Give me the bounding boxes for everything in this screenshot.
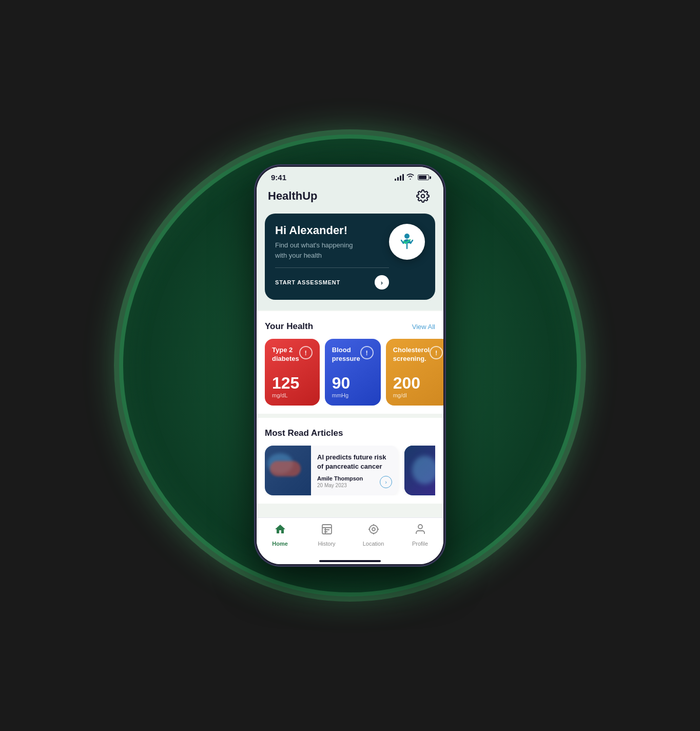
card-top: Blood pressure ! [332, 346, 374, 363]
articles-section-header: Most Read Articles [265, 428, 435, 438]
home-indicator [319, 560, 381, 562]
phone-inner: 9:41 [257, 167, 443, 564]
greeting-subtitle: Find out what's happening with your heal… [275, 240, 357, 260]
svg-rect-2 [322, 525, 332, 534]
nav-label-location: Location [363, 541, 384, 547]
nav-item-history[interactable]: History [312, 523, 342, 547]
svg-point-7 [372, 528, 375, 531]
card-value: 90 [332, 375, 374, 391]
settings-button[interactable] [414, 187, 432, 205]
alert-icon-cholesterol: ! [430, 346, 443, 359]
location-icon [367, 523, 380, 538]
health-avatar-icon [396, 231, 418, 253]
card-value: 125 [272, 375, 313, 391]
greeting-text: Hi Alexander! Find out what's happening … [275, 224, 389, 290]
status-bar: 9:41 [257, 167, 443, 185]
article-arrow-1[interactable]: › [380, 476, 392, 488]
nav-item-home[interactable]: Home [265, 523, 296, 547]
history-icon [321, 523, 333, 538]
greeting-divider [275, 267, 389, 268]
article-title-1: AI predicts future risk of pancreatic ca… [317, 453, 392, 471]
pancreas-image [265, 446, 306, 494]
alert-icon-bp: ! [360, 346, 374, 359]
avatar [389, 224, 425, 260]
health-cards-container: Type 2 diabetes ! 125 mg/dL [265, 339, 435, 406]
assessment-label: START ASSESSMENT [275, 279, 340, 285]
article-author-section: Amile Thompson 20 May 2023 [317, 475, 363, 488]
health-card-diabetes[interactable]: Type 2 diabetes ! 125 mg/dL [265, 339, 320, 406]
signal-icon [395, 174, 404, 181]
battery-icon [418, 175, 429, 180]
article-image-1 [265, 446, 311, 495]
svg-point-0 [421, 195, 425, 198]
greeting-card: Hi Alexander! Find out what's happening … [265, 214, 435, 300]
card-value: 200 [393, 375, 443, 391]
greeting-section: Hi Alexander! Find out what's happening … [257, 214, 443, 310]
article-image-2 [404, 446, 435, 495]
status-time: 9:41 [271, 173, 286, 182]
article-info-1: AI predicts future risk of pancreatic ca… [311, 446, 398, 495]
app-title: HealthUp [268, 189, 318, 203]
articles-scroll[interactable]: AI predicts future risk of pancreatic ca… [265, 446, 435, 495]
greeting-title: Hi Alexander! [275, 224, 389, 237]
wifi-icon [406, 174, 414, 181]
nav-label-home: Home [272, 541, 288, 547]
health-card-cholesterol[interactable]: Cholesterol screening. ! 200 mg/dl [386, 339, 443, 406]
article-date-1: 20 May 2023 [317, 483, 363, 488]
phone-frame: 9:41 [255, 165, 445, 566]
nav-label-history: History [318, 541, 335, 547]
health-section: Your Health View All Type 2 diabetes ! [257, 311, 443, 414]
chevron-right-icon: › [385, 479, 387, 485]
svg-point-13 [418, 525, 422, 529]
card-label: Cholesterol screening. [393, 346, 430, 363]
app-header: HealthUp [257, 185, 443, 214]
health-section-header: Your Health View All [265, 321, 435, 332]
svg-point-8 [370, 525, 378, 533]
card-unit: mg/dl [393, 392, 443, 398]
nav-label-profile: Profile [412, 541, 428, 547]
card-top: Cholesterol screening. ! [393, 346, 443, 363]
articles-section: Most Read Articles AI predicts future ri… [257, 418, 443, 504]
card-label: Type 2 diabetes [272, 346, 299, 363]
articles-title: Most Read Articles [265, 428, 343, 438]
neural-image [404, 446, 435, 494]
gear-icon [416, 189, 430, 203]
card-value-section: 90 mmHg [332, 375, 374, 398]
profile-icon [414, 523, 426, 538]
bottom-nav: Home History [257, 517, 443, 557]
nav-item-location[interactable]: Location [358, 523, 389, 547]
health-section-title: Your Health [265, 321, 313, 332]
card-unit: mg/dL [272, 392, 313, 398]
article-card-2[interactable] [404, 446, 435, 495]
alert-icon-diabetes: ! [299, 346, 313, 359]
view-all-button[interactable]: View All [412, 323, 435, 331]
card-value-section: 200 mg/dl [393, 375, 443, 398]
arrow-icon: › [381, 279, 383, 286]
assessment-row: START ASSESSMENT › [275, 275, 389, 290]
card-unit: mmHg [332, 392, 374, 398]
status-icons [395, 174, 429, 181]
card-top: Type 2 diabetes ! [272, 346, 313, 363]
bottom-spacer [257, 504, 443, 510]
svg-point-1 [404, 234, 410, 239]
phone-wrapper: 9:41 [255, 165, 445, 566]
health-card-bp[interactable]: Blood pressure ! 90 mmHg [325, 339, 381, 406]
article-meta-1: Amile Thompson 20 May 2023 › [317, 475, 392, 488]
scroll-content[interactable]: Hi Alexander! Find out what's happening … [257, 214, 443, 517]
card-label: Blood pressure [332, 346, 360, 363]
article-author-1: Amile Thompson [317, 475, 363, 482]
article-card-1[interactable]: AI predicts future risk of pancreatic ca… [265, 446, 398, 495]
assessment-button[interactable]: › [375, 275, 389, 290]
nav-item-profile[interactable]: Profile [405, 523, 436, 547]
card-value-section: 125 mg/dL [272, 375, 313, 398]
home-icon [274, 523, 286, 538]
